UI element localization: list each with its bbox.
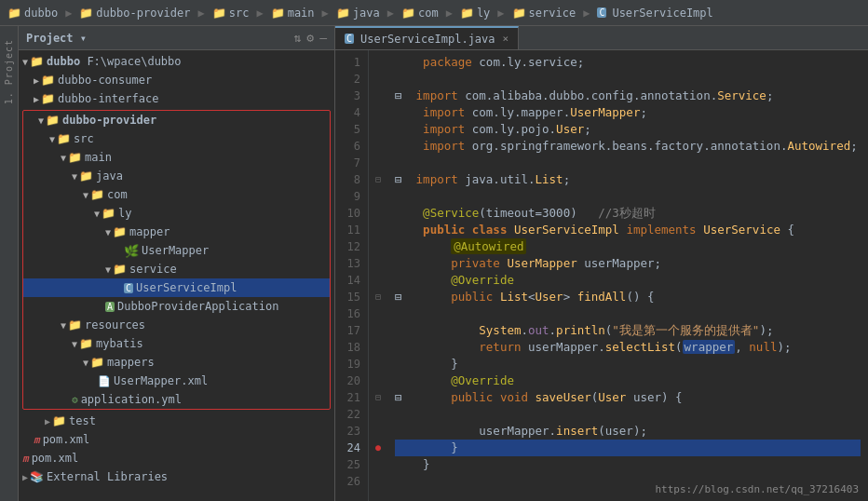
tree-item-consumer[interactable]: ▶ 📁 dubbo-consumer: [19, 71, 334, 89]
tree-item-provider[interactable]: ▼ 📁 dubbo-provider: [23, 111, 330, 129]
tree-item-src[interactable]: ▼ 📁 src: [23, 129, 330, 148]
project-header: Project ▾ ⇅ ⚙ —: [19, 26, 334, 50]
tree-item-com[interactable]: ▼ 📁 com: [23, 185, 330, 204]
project-strip-label[interactable]: 1. Project: [4, 39, 14, 104]
breakpoint-icon[interactable]: ●: [375, 440, 381, 456]
arrow-icon[interactable]: ▶: [34, 75, 39, 86]
tree-item-pom-root[interactable]: m pom.xml: [19, 449, 334, 467]
tree-label: com: [107, 188, 128, 201]
line-num-21: 21: [335, 389, 368, 406]
fold-arrow[interactable]: ⊟: [375, 171, 381, 188]
tab-userserviceimpl[interactable]: C UserServiceImpl.java ×: [335, 26, 519, 49]
line-num-19: 19: [335, 356, 368, 372]
code-line-13: private UserMapper userMapper;: [395, 255, 861, 272]
tree-label: mapper: [129, 225, 170, 238]
breadcrumb-java[interactable]: 📁 java: [336, 7, 380, 20]
tree-item-mappers[interactable]: ▼ 📁 mappers: [23, 353, 330, 372]
arrow-icon[interactable]: ▼: [83, 358, 88, 368]
tree-label: pom.xml: [43, 433, 90, 446]
gutter-6: [369, 138, 387, 155]
arrow-icon[interactable]: ▼: [105, 227, 111, 237]
resources-icon: 📁: [68, 318, 82, 332]
tree-item-pom-provider[interactable]: m pom.xml: [19, 430, 334, 449]
gutter-21: ⊟: [369, 389, 387, 406]
tree-item-resources[interactable]: ▼ 📁 resources: [23, 316, 330, 334]
folder-icon: 📁: [68, 151, 82, 164]
folder-icon: 📁: [79, 7, 93, 20]
minimize-icon[interactable]: —: [319, 31, 327, 45]
tree-item-interface[interactable]: ▶ 📁 dubbo-interface: [19, 89, 334, 108]
line-numbers: 1 2 3 4 5 6 7 8 9 10 11 12 13 14 15 16 1…: [335, 50, 369, 501]
folder-icon: 📁: [41, 74, 55, 87]
gutter-9: [369, 188, 387, 205]
arrow-icon[interactable]: ▶: [45, 416, 50, 427]
arrow-icon[interactable]: ▼: [22, 57, 28, 67]
tree-item-main[interactable]: ▼ 📁 main: [23, 148, 330, 167]
breadcrumb-src[interactable]: 📁 src: [212, 7, 250, 20]
header-icons: ⇅ ⚙ —: [294, 31, 327, 45]
line-num-26: 26: [335, 473, 368, 490]
line-num-17: 17: [335, 322, 368, 339]
tree-item-application-yml[interactable]: ⚙ application.yml: [23, 390, 330, 409]
code-content[interactable]: package com.ly.service; ⊟ import com.ali…: [387, 50, 868, 501]
arrow-icon[interactable]: ▼: [49, 134, 55, 144]
arrow-icon[interactable]: ▶: [22, 472, 28, 482]
code-line-25: }: [395, 456, 861, 473]
tree-item-ly[interactable]: ▼ 📁 ly: [23, 204, 330, 223]
fold-arrow-15[interactable]: ⊟: [375, 289, 381, 305]
tree-label: dubbo-consumer: [58, 74, 152, 87]
breadcrumb-bar: 📁 dubbo ▶ 📁 dubbo-provider ▶ 📁 src ▶ 📁 m…: [0, 0, 868, 26]
watermark: https://blog.csdn.net/qq_37216403: [655, 483, 859, 495]
arrow-icon[interactable]: ▼: [83, 190, 88, 200]
gutter-4: [369, 104, 387, 121]
arrow-icon[interactable]: ▼: [38, 115, 44, 126]
code-line-5: import com.ly.pojo.User;: [395, 121, 861, 138]
arrow-icon[interactable]: ▼: [61, 153, 66, 163]
gutter-12: [369, 238, 387, 255]
breadcrumb-ly[interactable]: 📁 ly: [460, 7, 490, 20]
tree-label: UserMapper: [142, 244, 209, 257]
line-num-15: 15: [335, 289, 368, 305]
yaml-icon: ⚙: [72, 394, 78, 406]
arrow-icon[interactable]: ▼: [72, 339, 77, 349]
code-line-10: @Service(timeout=3000) //3秒超时: [395, 205, 861, 222]
tree-item-mapper[interactable]: ▼ 📁 mapper: [23, 223, 330, 241]
breadcrumb-com[interactable]: 📁 com: [401, 7, 439, 20]
fold-arrow-21[interactable]: ⊟: [375, 389, 381, 406]
tree-item-userserviceimpl[interactable]: C UserServiceImpl: [23, 278, 330, 297]
gutter-25: [369, 456, 387, 473]
gutter-26: [369, 473, 387, 490]
breadcrumb-provider[interactable]: 📁 dubbo-provider: [79, 7, 190, 20]
tree-item-external-libs[interactable]: ▶ 📚 External Libraries: [19, 467, 334, 486]
breadcrumb-class[interactable]: C UserServiceImpl: [597, 7, 712, 20]
collapse-icon[interactable]: ⇅: [294, 31, 302, 45]
tree-item-mybatis[interactable]: ▼ 📁 mybatis: [23, 334, 330, 353]
arrow-icon[interactable]: ▶: [34, 94, 39, 104]
tab-close-button[interactable]: ×: [503, 33, 509, 45]
tree-item-service[interactable]: ▼ 📁 service: [23, 260, 330, 278]
tree-item-usermapper-xml[interactable]: 📄 UserMapper.xml: [23, 372, 330, 390]
tree-item-application[interactable]: A DubboProviderApplication: [23, 297, 330, 316]
breadcrumb-dubbo[interactable]: 📁 dubbo: [7, 7, 58, 20]
code-line-4: import com.ly.mapper.UserMapper;: [395, 104, 861, 121]
arrow-icon[interactable]: ▼: [72, 171, 77, 182]
tree-item-test[interactable]: ▶ 📁 test: [19, 412, 334, 430]
breadcrumb-main[interactable]: 📁 main: [271, 7, 315, 20]
line-num-20: 20: [335, 372, 368, 389]
spring-icon: 🌿: [124, 244, 139, 258]
arrow-icon[interactable]: ▼: [105, 264, 111, 275]
editor-area: C UserServiceImpl.java × 1 2 3 4 5 6 7 8…: [335, 26, 868, 501]
tab-bar: C UserServiceImpl.java ×: [335, 26, 868, 50]
tree-label: mappers: [107, 356, 155, 369]
code-line-7: [395, 155, 861, 171]
breadcrumb-service[interactable]: 📁 service: [512, 7, 576, 20]
tree-item-usermapper[interactable]: 🌿 UserMapper: [23, 241, 330, 260]
folder-icon: 📁: [271, 7, 285, 20]
settings-icon[interactable]: ⚙: [306, 31, 314, 45]
tree-item-dubbo[interactable]: ▼ 📁 dubbo F:\wpace\dubbo: [19, 52, 334, 71]
arrow-icon[interactable]: ▼: [94, 209, 100, 219]
arrow-icon[interactable]: ▼: [61, 320, 66, 331]
tree-item-java[interactable]: ▼ 📁 java: [23, 167, 330, 185]
code-line-2: [395, 71, 861, 88]
code-line-23: userMapper.insert(user);: [395, 423, 861, 440]
